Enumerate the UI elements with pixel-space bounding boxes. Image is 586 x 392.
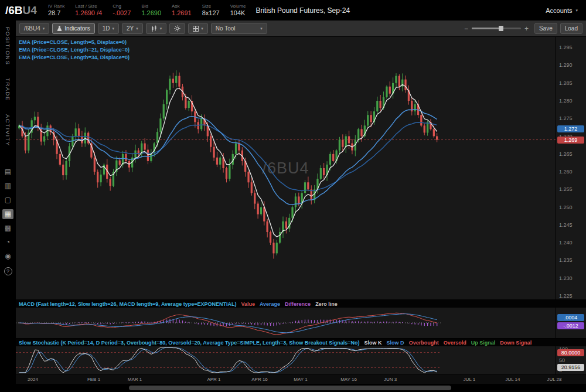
time-axis-label: APR 16 — [251, 377, 268, 382]
scrollbar-handle[interactable] — [129, 386, 451, 390]
price-axis[interactable]: 1.2951.2901.2851.2801.2751.2701.2651.260… — [556, 37, 586, 299]
price-panel: EMA (Price=CLOSE, Length=5, Displace=0) … — [16, 37, 586, 300]
accounts-dropdown[interactable]: Accounts ▾ — [546, 7, 586, 14]
drawing-tool-dropdown[interactable]: No Tool ▾ — [211, 23, 267, 34]
macd-header: MACD (Fast length=12, Slow length=26, MA… — [16, 300, 586, 308]
watchlist-icon[interactable]: ▤ — [2, 167, 13, 177]
save-button[interactable]: Save — [534, 23, 557, 34]
journal-icon[interactable]: ▢ — [2, 195, 13, 205]
chevron-down-icon: ▾ — [43, 26, 45, 31]
sidebar-tab-trade[interactable]: TRADE — [5, 78, 11, 101]
time-axis-label: FEB 1 — [87, 377, 100, 382]
stochastic-header: Slow Stochastic (K Period=14, D Period=3… — [16, 339, 586, 346]
zoom-in-button[interactable]: + — [524, 25, 529, 32]
time-axis-label: JUL 1 — [464, 377, 476, 382]
top-header: /6BU4 IV Rank 28.7 Last / Size 1.2690 /4… — [0, 0, 586, 21]
gear-icon — [174, 25, 180, 32]
macd-title[interactable]: MACD (Fast length=12, Slow length=26, MA… — [19, 301, 236, 307]
load-button[interactable]: Load — [560, 23, 582, 34]
follow-traders-icon[interactable]: ◉ — [2, 251, 13, 261]
symbol-expiry: U4 — [23, 4, 37, 16]
time-axis-label: APR 1 — [207, 377, 220, 382]
chart-type-dropdown[interactable]: ▾ — [146, 23, 167, 34]
zoom-slider[interactable] — [472, 28, 521, 29]
zoom-slider-fill — [472, 28, 500, 29]
price-tick: 1.240 — [559, 240, 573, 246]
price-tick: 1.225 — [559, 293, 573, 299]
price-tick: 1.265 — [559, 151, 573, 157]
price-chart[interactable]: EMA (Price=CLOSE, Length=5, Displace=0) … — [16, 37, 556, 299]
stoch-badge: 80.0000 — [557, 349, 584, 356]
candles-canvas — [16, 37, 556, 299]
chevron-down-icon: ▾ — [160, 26, 162, 31]
time-axis-label: 2024 — [28, 377, 38, 382]
symbol-ticker: /6BU4 — [0, 4, 43, 17]
range-dropdown[interactable]: 2Y ▾ — [122, 23, 143, 34]
price-badge: 1.272 — [557, 125, 584, 132]
stoch-badge: 20.9156 — [557, 364, 584, 371]
macd-legend-average: Average — [260, 301, 280, 307]
stoch-legend-downsignal: Down Signal — [500, 340, 532, 346]
macd-legend-difference: Difference — [285, 301, 311, 307]
stochastic-panel: Slow Stochastic (K Period=14, D Period=3… — [16, 339, 586, 375]
timeframe-dropdown[interactable]: 1D ▾ — [98, 23, 119, 34]
instrument-description: British Pound Futures, Sep-24 — [255, 6, 350, 15]
quote-field-iv-rank: IV Rank 28.7 — [43, 4, 70, 17]
chevron-down-icon: ▾ — [260, 26, 263, 31]
stoch-tick: 50 — [559, 357, 565, 363]
left-sidebar: POSITIONS TRADE ACTIVITY ▤ ▥ ▢ ▦ ▩ ◔ ◉ ? — [0, 21, 16, 384]
time-axis-label: MAY 1 — [294, 377, 307, 382]
macd-legend-zeroline: Zero line — [315, 301, 338, 307]
apps-grid-icon[interactable]: ▩ — [2, 223, 13, 233]
macd-axis: .0004-.0012 — [556, 308, 586, 338]
quote-field-last-size: Last / Size 1.2690 /4 — [70, 4, 107, 17]
quote-field-volume: Volume 104K — [225, 4, 251, 17]
price-tick: 1.280 — [559, 98, 573, 104]
zoom-out-button[interactable]: − — [464, 25, 468, 32]
chart-symbol-dropdown[interactable]: /6BU4 ▾ — [19, 23, 49, 34]
chevron-down-icon: ▾ — [136, 26, 138, 31]
chevron-down-icon: ▾ — [201, 26, 203, 31]
price-tick: 1.290 — [559, 62, 573, 68]
stoch-legend-upsignal: Up Signal — [471, 340, 496, 346]
price-tick: 1.275 — [559, 115, 573, 121]
help-icon[interactable]: ? — [4, 267, 12, 275]
price-tick: 1.285 — [559, 80, 573, 86]
macd-chart[interactable] — [16, 308, 556, 338]
quote-field-size: Size 8x127 — [197, 4, 225, 17]
ema5-label[interactable]: EMA (Price=CLOSE, Length=5, Displace=0) — [19, 39, 130, 46]
time-axis[interactable]: 2024FEB 1MAR 1APR 1APR 16MAY 1MAY 16JUN … — [16, 375, 586, 384]
chart-icon[interactable]: ▦ — [2, 209, 13, 219]
zoom-slider-handle[interactable] — [499, 26, 503, 31]
quote-field-ask: Ask 1.2691 — [166, 4, 197, 17]
layout-dropdown[interactable]: ▾ — [188, 23, 208, 34]
sidebar-tab-positions[interactable]: POSITIONS — [5, 27, 11, 65]
macd-canvas — [16, 308, 556, 338]
price-tick: 1.245 — [559, 222, 573, 228]
chart-panels: EMA (Price=CLOSE, Length=5, Displace=0) … — [16, 37, 586, 384]
price-tick: 1.295 — [559, 45, 573, 50]
quote-field-chg: Chg -.0027 — [107, 4, 136, 17]
sidebar-tab-activity[interactable]: ACTIVITY — [5, 114, 11, 146]
stoch-legend-oversold: Oversold — [444, 340, 466, 346]
orders-icon[interactable]: ▥ — [2, 181, 13, 191]
time-axis-label: MAY 16 — [340, 377, 357, 382]
time-axis-label: JUL 28 — [547, 377, 561, 382]
chart-settings-button[interactable] — [169, 23, 185, 34]
horizontal-scrollbar[interactable] — [0, 384, 586, 392]
indicators-button[interactable]: Indicators — [52, 23, 94, 34]
ema21-label[interactable]: EMA (Price=CLOSE, Length=21, Displace=0) — [19, 46, 130, 54]
macd-badge: .0004 — [557, 314, 584, 321]
history-icon[interactable]: ◔ — [2, 237, 13, 247]
flask-icon — [57, 25, 62, 32]
stochastic-axis: 10050080.000020.9156 — [556, 346, 586, 374]
chevron-down-icon: ▾ — [112, 26, 114, 31]
stochastic-chart[interactable] — [16, 346, 556, 374]
time-axis-label: JUL 14 — [505, 377, 520, 382]
stochastic-title[interactable]: Slow Stochastic (K Period=14, D Period=3… — [19, 340, 360, 346]
price-tick: 1.260 — [559, 169, 573, 175]
price-tick: 1.255 — [559, 186, 573, 192]
price-tick: 1.230 — [559, 275, 573, 281]
ema34-label[interactable]: EMA (Price=CLOSE, Length=34, Displace=0) — [19, 54, 130, 62]
price-tick: 1.235 — [559, 257, 573, 263]
